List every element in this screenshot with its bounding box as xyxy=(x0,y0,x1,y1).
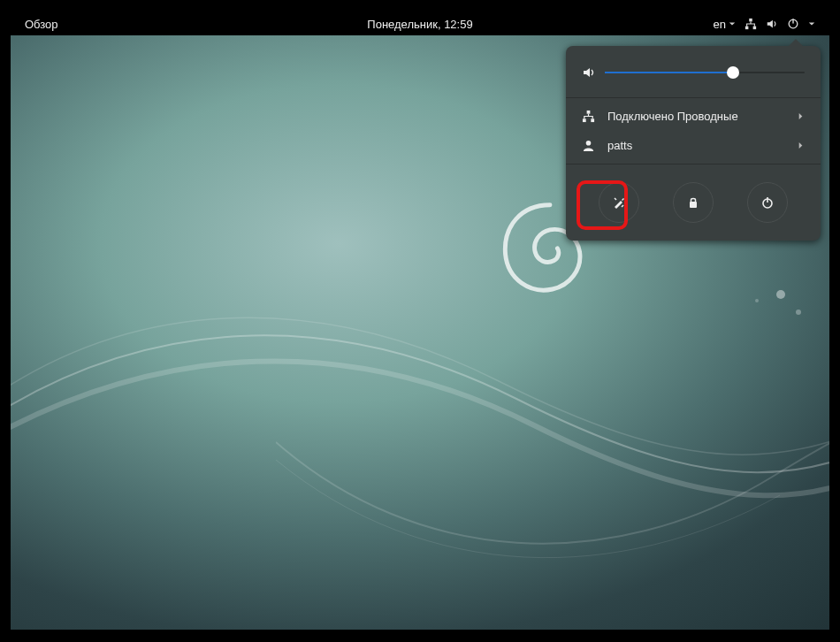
svg-rect-2 xyxy=(753,27,757,30)
menu-divider xyxy=(566,97,821,98)
power-button[interactable] xyxy=(747,182,788,223)
dot-decoration xyxy=(796,310,801,315)
wave-decoration xyxy=(276,407,829,584)
system-menu-popup: Подключено Проводные patts xyxy=(566,46,821,241)
lock-icon xyxy=(686,195,700,210)
svg-rect-11 xyxy=(767,197,768,203)
network-label: Подключено Проводные xyxy=(607,110,738,123)
volume-row xyxy=(566,57,821,94)
user-icon xyxy=(582,139,595,152)
volume-icon xyxy=(582,65,596,80)
dot-decoration xyxy=(755,299,759,302)
action-buttons-row xyxy=(566,168,821,223)
user-menu-item[interactable]: patts xyxy=(566,131,821,160)
svg-rect-4 xyxy=(792,19,793,23)
settings-icon xyxy=(612,195,626,210)
system-status-area[interactable] xyxy=(745,18,815,30)
network-menu-item[interactable]: Подключено Проводные xyxy=(566,102,821,131)
svg-rect-9 xyxy=(690,202,697,208)
chevron-right-icon xyxy=(797,141,805,149)
menu-divider xyxy=(566,164,821,164)
volume-slider[interactable] xyxy=(605,65,805,80)
svg-rect-7 xyxy=(591,118,594,122)
power-icon xyxy=(787,18,799,30)
settings-button[interactable] xyxy=(599,182,639,223)
svg-rect-0 xyxy=(749,19,752,22)
volume-icon xyxy=(766,18,778,30)
power-icon xyxy=(760,195,775,210)
lock-button[interactable] xyxy=(673,182,714,223)
chevron-right-icon xyxy=(797,112,805,120)
svg-rect-6 xyxy=(583,118,586,122)
dot-decoration xyxy=(776,290,785,299)
network-wired-icon xyxy=(582,110,595,123)
clock[interactable]: Понедельник, 12:59 xyxy=(367,18,472,31)
network-wired-icon xyxy=(745,18,757,30)
language-label: en xyxy=(714,18,726,31)
chevron-down-icon xyxy=(808,20,815,27)
wave-decoration xyxy=(11,274,829,504)
svg-point-8 xyxy=(586,141,592,146)
chevron-down-icon xyxy=(729,20,736,27)
input-source-indicator[interactable]: en xyxy=(714,18,736,31)
activities-button[interactable]: Обзор xyxy=(25,18,58,31)
top-panel: Обзор Понедельник, 12:59 en xyxy=(11,12,829,35)
svg-rect-5 xyxy=(587,111,591,114)
svg-rect-1 xyxy=(745,27,749,30)
user-label: patts xyxy=(607,139,632,152)
